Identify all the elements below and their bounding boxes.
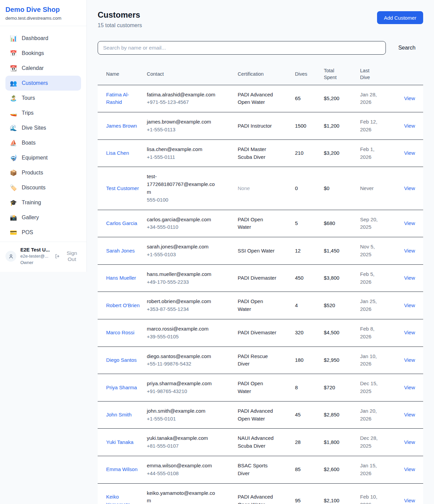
customer-name-link[interactable]: Robert O'Brien bbox=[106, 302, 140, 310]
sidebar-item-tours[interactable]: 🏝️Tours bbox=[5, 91, 81, 106]
sign-out-button[interactable]: Sign Out bbox=[55, 250, 81, 262]
customer-certification: NAUI Advanced Scuba Diver bbox=[238, 429, 295, 456]
customer-total-spent: $1,450 bbox=[324, 237, 360, 265]
view-customer-link[interactable]: View bbox=[404, 220, 415, 226]
customer-contact: yuki.tanaka@example.com+81-555-0107 bbox=[147, 429, 238, 456]
customer-last-dive: Jan 28, 2026 bbox=[360, 85, 396, 112]
customer-last-dive: Feb 10, 2026 bbox=[360, 483, 396, 504]
sidebar-item-bookings[interactable]: 📅Bookings bbox=[5, 46, 81, 61]
table-header: NameContactCertificationDivesTotal Spent… bbox=[98, 63, 423, 85]
customer-name-link[interactable]: Lisa Chen bbox=[106, 149, 129, 157]
customer-phone: +1-555-0103 bbox=[147, 251, 233, 259]
customer-phone: +353-87-555-1234 bbox=[147, 305, 233, 313]
customer-name-link[interactable]: Keiko Yamamoto bbox=[106, 493, 142, 504]
view-customer-link[interactable]: View bbox=[404, 439, 415, 445]
customer-name-link[interactable]: Emma Wilson bbox=[106, 466, 138, 473]
view-customer-link[interactable]: View bbox=[404, 185, 415, 191]
camera-icon: 📸 bbox=[10, 215, 17, 221]
view-customer-link[interactable]: View bbox=[404, 357, 415, 363]
view-customer-link[interactable]: View bbox=[404, 498, 415, 503]
customer-name-link[interactable]: Hans Mueller bbox=[106, 274, 136, 282]
sidebar-item-pos[interactable]: 💳POS bbox=[5, 225, 81, 240]
customer-name-link[interactable]: Yuki Tanaka bbox=[106, 438, 134, 446]
customer-name-link[interactable]: Fatima Al-Rashid bbox=[106, 91, 142, 107]
customer-email: emma.wilson@example.com bbox=[147, 462, 212, 470]
sidebar-item-equipment[interactable]: 🤿Equipment bbox=[5, 150, 81, 165]
customer-name-link[interactable]: Sarah Jones bbox=[106, 247, 135, 255]
sign-out-label: Sign Out bbox=[63, 250, 81, 262]
customer-contact: keiko.yamamoto@example.com+81-90-1234-56… bbox=[147, 483, 238, 504]
wave-icon: 🌊 bbox=[10, 125, 17, 131]
graduation-cap-icon: 🎓 bbox=[10, 200, 17, 206]
customer-name-link[interactable]: Carlos Garcia bbox=[106, 220, 137, 227]
search-button[interactable]: Search bbox=[391, 45, 423, 51]
customer-last-dive: Dec 15, 2025 bbox=[360, 374, 396, 402]
table-row: Diego Santosdiego.santos@example.com+55-… bbox=[98, 347, 423, 374]
view-customer-link[interactable]: View bbox=[404, 95, 415, 101]
table-row: Emma Wilsonemma.wilson@example.com+44-55… bbox=[98, 456, 423, 483]
shop-name: Demo Dive Shop bbox=[5, 6, 80, 14]
view-customer-link[interactable]: View bbox=[404, 275, 415, 281]
customer-contact: hans.mueller@example.com+49-170-555-2233 bbox=[147, 264, 238, 292]
sidebar-item-calendar[interactable]: 📆Calendar bbox=[5, 61, 81, 76]
island-icon: 🏝️ bbox=[10, 95, 17, 101]
table-row: Fatima Al-Rashidfatima.alrashid@example.… bbox=[98, 85, 423, 112]
view-customer-link[interactable]: View bbox=[404, 302, 415, 308]
customer-phone: +91-98765-43210 bbox=[147, 388, 233, 395]
tag-icon: 🏷️ bbox=[10, 185, 17, 191]
customer-certification: PADI Divemaster bbox=[238, 319, 295, 347]
sidebar-item-gallery[interactable]: 📸Gallery bbox=[5, 210, 81, 225]
table-row: Keiko Yamamotokeiko.yamamoto@example.com… bbox=[98, 483, 423, 504]
view-customer-link[interactable]: View bbox=[404, 466, 415, 472]
customer-certification: PADI Instructor bbox=[238, 112, 295, 140]
customer-contact: robert.obrien@example.com+353-87-555-123… bbox=[147, 292, 238, 319]
customer-contact: emma.wilson@example.com+44-555-0108 bbox=[147, 456, 238, 483]
sidebar-item-label: Calendar bbox=[22, 65, 44, 71]
customer-total-spent: $5,200 bbox=[324, 85, 360, 112]
view-customer-link[interactable]: View bbox=[404, 385, 415, 390]
bar-chart-icon: 📊 bbox=[10, 36, 17, 41]
view-customer-link[interactable]: View bbox=[404, 150, 415, 156]
sailboat-icon: ⛵ bbox=[10, 140, 17, 146]
sidebar-item-label: Boats bbox=[22, 140, 36, 146]
sidebar-item-trips[interactable]: 🚤Trips bbox=[5, 106, 81, 120]
sidebar-item-discounts[interactable]: 🏷️Discounts bbox=[5, 180, 81, 195]
package-icon: 📦 bbox=[10, 170, 17, 176]
tear-off-calendar-icon: 📆 bbox=[10, 66, 17, 71]
customer-name-link[interactable]: Test Customer bbox=[106, 185, 139, 192]
table-row: John Smithjohn.smith@example.com+1-555-0… bbox=[98, 401, 423, 429]
customer-email: sarah.jones@example.com bbox=[147, 243, 209, 251]
view-customer-link[interactable]: View bbox=[404, 330, 415, 335]
view-customer-link[interactable]: View bbox=[404, 123, 415, 129]
sidebar-item-dashboard[interactable]: 📊Dashboard bbox=[5, 31, 81, 46]
sidebar-item-products[interactable]: 📦Products bbox=[5, 165, 81, 180]
credit-card-icon: 💳 bbox=[10, 230, 17, 236]
view-customer-link[interactable]: View bbox=[404, 412, 415, 417]
sidebar-item-boats[interactable]: ⛵Boats bbox=[5, 135, 81, 150]
search-input[interactable] bbox=[98, 41, 386, 55]
shop-subdomain: demo.test.divestreams.com bbox=[5, 16, 80, 21]
add-customer-button[interactable]: Add Customer bbox=[377, 11, 423, 24]
customer-certification: PADI Advanced Open Water bbox=[238, 85, 295, 112]
customer-contact: priya.sharma@example.com+91-98765-43210 bbox=[147, 374, 238, 402]
sidebar-item-label: Dashboard bbox=[22, 35, 48, 41]
customer-name-link[interactable]: James Brown bbox=[106, 122, 137, 130]
customer-count: 15 total customers bbox=[98, 22, 142, 29]
customer-certification: PADI Advanced Open Water bbox=[238, 401, 295, 429]
customer-name-link[interactable]: Marco Rossi bbox=[106, 329, 134, 337]
table-row: Carlos Garciacarlos.garcia@example.com+3… bbox=[98, 210, 423, 237]
customer-name-link[interactable]: Priya Sharma bbox=[106, 384, 137, 392]
user-box: E2E Test U... e2e-tester@... Owner Sign … bbox=[0, 242, 86, 272]
sidebar-item-training[interactable]: 🎓Training bbox=[5, 195, 81, 210]
customer-last-dive: Jan 10, 2026 bbox=[360, 347, 396, 374]
customer-contact: james.brown@example.com+1-555-0113 bbox=[147, 112, 238, 140]
customer-name-link[interactable]: Diego Santos bbox=[106, 356, 137, 364]
customer-phone: +39-555-0105 bbox=[147, 333, 233, 341]
sidebar-item-customers[interactable]: 👥Customers bbox=[5, 76, 81, 91]
sidebar-item-dive-sites[interactable]: 🌊Dive Sites bbox=[5, 120, 81, 135]
customer-dives: 180 bbox=[295, 347, 324, 374]
avatar bbox=[5, 251, 16, 262]
customer-name-link[interactable]: John Smith bbox=[106, 411, 132, 419]
view-customer-link[interactable]: View bbox=[404, 248, 415, 254]
customer-total-spent: $1,800 bbox=[324, 429, 360, 456]
